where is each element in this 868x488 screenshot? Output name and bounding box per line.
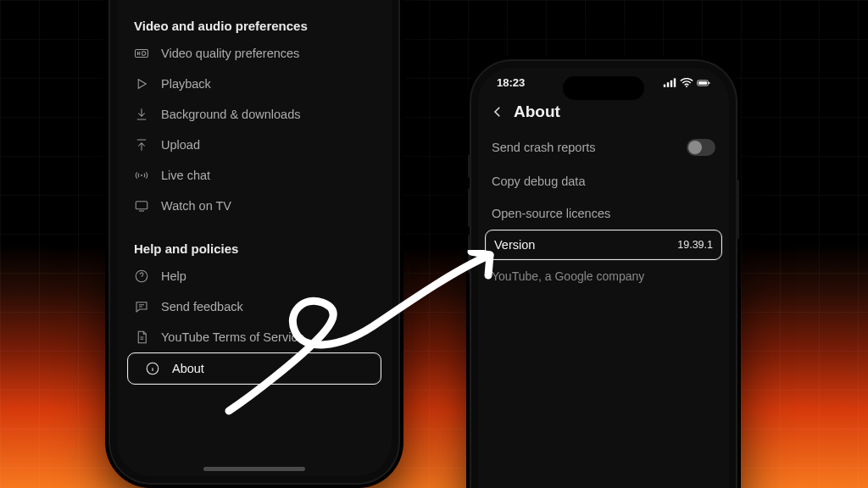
item-label: YouTube Terms of Service [161,330,375,344]
phone-settings: Video and audio preferences Video qualit… [110,0,398,483]
signal-icon [663,78,676,88]
settings-item-background-downloads[interactable]: Background & downloads [117,99,392,130]
settings-item-upload[interactable]: Upload [117,130,392,160]
settings-item-live-chat[interactable]: Live chat [117,160,392,191]
section-title-help-policies: Help and policies [117,233,392,261]
settings-item-help[interactable]: Help [117,261,392,291]
item-label: About [172,362,364,375]
svg-rect-12 [709,81,709,83]
about-screen: 18:23 About Send crash reports Copy debu… [478,68,729,488]
play-icon [134,76,149,92]
live-icon [134,168,149,183]
settings-item-about[interactable]: About [127,352,381,385]
help-icon [134,269,149,284]
company-text: YouTube, a Google company [478,260,729,292]
about-row-copy-debug[interactable]: Copy debug data [478,165,729,197]
terms-icon [134,330,149,345]
page-title: About [514,103,560,121]
svg-point-1 [141,175,142,176]
about-row-licences[interactable]: Open-source licences [478,197,729,230]
feedback-icon [134,299,149,314]
download-icon [134,107,149,122]
item-label: Upload [161,138,375,152]
chevron-left-icon [490,104,505,119]
status-icons [663,78,710,88]
phone-side-button [468,235,471,274]
hd-icon [134,46,149,61]
toggle-crash-reports[interactable] [687,139,715,156]
about-row-crash-reports[interactable]: Send crash reports [478,130,729,165]
phone-side-button [468,188,471,227]
item-label: Video quality preferences [161,47,375,60]
section-title-video-audio: Video and audio preferences [117,10,392,38]
row-label: Open-source licences [492,207,715,220]
status-time: 18:23 [497,76,525,89]
phone-about: 18:23 About Send crash reports Copy debu… [471,61,736,488]
svg-rect-7 [670,80,672,86]
phone-side-button [468,154,471,178]
svg-rect-5 [664,84,665,86]
item-label: Send feedback [161,300,375,313]
item-label: Background & downloads [161,108,375,121]
item-label: Help [161,269,375,283]
settings-item-watch-on-tv[interactable]: Watch on TV [117,191,392,221]
svg-rect-8 [674,78,676,86]
dynamic-island [563,76,644,100]
tv-icon [134,198,149,214]
home-indicator [203,467,305,471]
row-label: Version [494,238,677,252]
settings-item-send-feedback[interactable]: Send feedback [117,291,392,322]
section-divider [117,221,392,233]
item-label: Playback [161,77,375,91]
version-value: 19.39.1 [677,239,713,251]
settings-item-video-quality[interactable]: Video quality preferences [117,38,392,69]
settings-item-terms[interactable]: YouTube Terms of Service [117,322,392,352]
row-label: Send crash reports [492,141,687,154]
upload-icon [134,137,149,152]
svg-point-9 [686,86,687,87]
wifi-icon [680,78,693,88]
settings-screen: Video and audio preferences Video qualit… [117,0,392,476]
item-label: Watch on TV [161,199,375,213]
info-icon [145,361,160,376]
svg-rect-6 [667,82,669,87]
about-row-version[interactable]: Version 19.39.1 [485,230,722,260]
svg-rect-11 [698,81,707,85]
phone-side-button [736,180,739,239]
svg-rect-2 [136,202,147,209]
settings-item-playback[interactable]: Playback [117,69,392,99]
battery-icon [697,78,710,88]
item-label: Live chat [161,169,375,182]
row-label: Copy debug data [492,175,715,188]
